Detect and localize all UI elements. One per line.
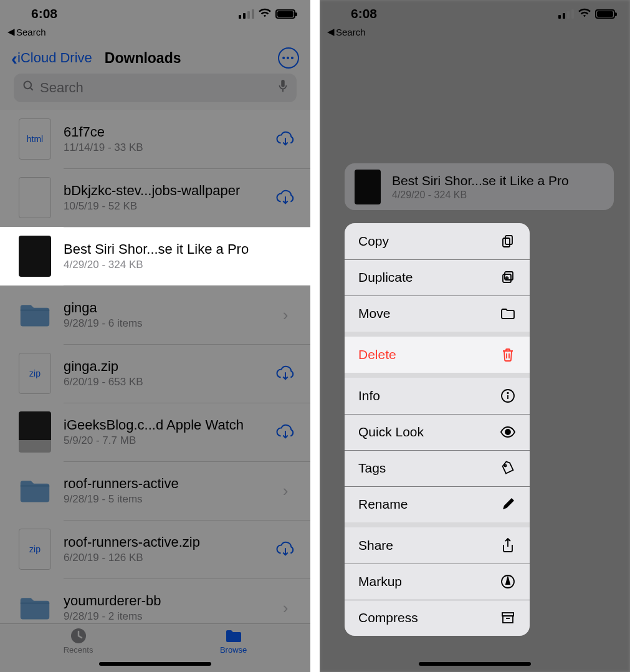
svg-rect-19 xyxy=(503,616,513,623)
menu-info[interactable]: Info xyxy=(345,378,530,414)
menu-share-label: Share xyxy=(358,538,393,553)
menu-rename[interactable]: Rename xyxy=(345,486,530,522)
duplicate-icon xyxy=(500,269,516,286)
file-meta: 4/29/20 - 324 KB xyxy=(64,259,273,271)
context-menu: Copy Duplicate Move Delete Info Quick Lo… xyxy=(345,223,530,636)
menu-copy[interactable]: Copy xyxy=(345,223,530,259)
menu-markup-label: Markup xyxy=(358,574,402,589)
menu-delete-label: Delete xyxy=(358,347,396,362)
menu-move-label: Move xyxy=(358,306,390,321)
right-screenshot: 6:08 ◀ Search Best Siri Shor...se it Lik… xyxy=(320,0,630,672)
archive-icon xyxy=(500,610,516,626)
preview-title: Best Siri Shor...se it Like a Pro xyxy=(392,173,604,188)
info-icon xyxy=(500,388,516,404)
menu-share[interactable]: Share xyxy=(345,527,530,564)
file-thumbnail xyxy=(19,236,51,277)
back-to-app-label: Search xyxy=(336,27,366,37)
battery-icon xyxy=(595,9,615,19)
menu-compress-label: Compress xyxy=(358,610,418,625)
markup-icon xyxy=(500,574,516,590)
share-icon xyxy=(500,537,516,554)
status-bar: 6:08 xyxy=(320,0,630,27)
menu-rename-label: Rename xyxy=(358,497,408,512)
status-time: 6:08 xyxy=(351,6,377,21)
menu-markup[interactable]: Markup xyxy=(345,564,530,600)
menu-duplicate-label: Duplicate xyxy=(358,270,413,285)
trash-icon xyxy=(500,347,516,363)
menu-delete[interactable]: Delete xyxy=(345,337,530,373)
menu-copy-label: Copy xyxy=(358,234,389,249)
preview-meta: 4/29/20 - 324 KB xyxy=(392,190,604,201)
menu-info-label: Info xyxy=(358,388,380,403)
file-thumb xyxy=(355,170,381,204)
file-name: Best Siri Shor...se it Like a Pro xyxy=(64,241,273,257)
menu-duplicate[interactable]: Duplicate xyxy=(345,259,530,295)
folder-icon xyxy=(500,305,516,322)
back-caret-icon: ◀ xyxy=(327,26,335,37)
dim-overlay xyxy=(0,0,310,672)
menu-quicklook[interactable]: Quick Look xyxy=(345,414,530,450)
svg-rect-9 xyxy=(503,238,510,247)
menu-tags[interactable]: Tags xyxy=(345,450,530,486)
left-screenshot: 6:08 ◀ Search ‹ iCloud Drive Downloads •… xyxy=(0,0,310,672)
back-to-app[interactable]: ◀ Search xyxy=(327,26,366,37)
copy-icon xyxy=(500,233,516,249)
pencil-icon xyxy=(500,496,516,512)
menu-compress[interactable]: Compress xyxy=(345,600,530,636)
eye-icon xyxy=(500,424,516,440)
wifi-icon xyxy=(578,7,591,21)
menu-move[interactable]: Move xyxy=(345,295,530,332)
svg-point-15 xyxy=(505,430,510,434)
context-preview-card[interactable]: Best Siri Shor...se it Like a Pro 4/29/2… xyxy=(345,163,614,210)
svg-rect-8 xyxy=(505,236,512,244)
tag-icon xyxy=(500,460,516,476)
file-row[interactable]: Best Siri Shor...se it Like a Pro4/29/20… xyxy=(0,227,310,286)
svg-point-14 xyxy=(507,393,508,394)
menu-tags-label: Tags xyxy=(358,461,386,476)
svg-point-16 xyxy=(505,465,507,467)
home-indicator[interactable] xyxy=(419,662,531,666)
menu-quicklook-label: Quick Look xyxy=(358,425,424,439)
signal-icon xyxy=(558,9,574,19)
svg-rect-10 xyxy=(505,272,513,280)
